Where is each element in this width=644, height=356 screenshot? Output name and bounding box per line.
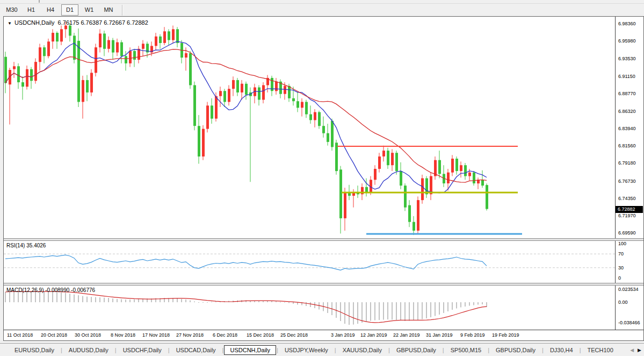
date-axis-label: 31 Jan 2019 [426,332,453,338]
rsi-pane-row: RSI(14) 35.4026 10070300 [4,241,643,283]
macd-axis-label: -0.038466 [618,320,640,325]
rsi-axis-label: 70 [618,251,624,257]
top-edge-strip [0,0,644,4]
top-edge-divider [39,0,40,3]
price-axis-label: 6.91150 [618,74,635,79]
tab-audusd-daily[interactable]: AUDUSD,Daily [63,345,114,355]
price-axis-label: 6.95980 [618,38,636,44]
rsi-axis[interactable]: 10070300 [616,241,643,283]
price-axis-label: 6.88770 [618,91,636,96]
date-axis-label: 8 Nov 2018 [111,332,135,338]
rsi-axis-label: 0 [618,275,621,281]
price-axis-label: 6.71970 [618,213,636,218]
price-axis-label: 6.69590 [618,230,636,236]
tab-scroll-right-icon[interactable]: ▶ [638,347,641,353]
main-pane-row: ▼USDCNH,Daily 6.76175 6.76387 6.72667 6.… [4,17,643,238]
tab-usdcad-daily[interactable]: USDCAD,Daily [170,345,222,355]
toolbar-divider [122,5,123,16]
chart-symbol-label: USDCNH,Daily [15,19,55,26]
chevron-down-icon[interactable]: ▼ [8,21,12,26]
tab-gbpusd-daily[interactable]: GBPUSD,Daily [490,345,541,355]
chart-ohlc-values: 6.76175 6.76387 6.72667 6.72882 [58,19,148,26]
date-axis-label: 15 Dec 2018 [247,332,274,338]
symbol-tab-bar: EURUSD,Daily|AUDUSD,Daily|USDCHF,Daily|U… [0,343,644,356]
main-chart-pane[interactable]: ▼USDCNH,Daily 6.76175 6.76387 6.72667 6.… [4,17,616,238]
price-axis-label: 6.83940 [618,126,636,131]
rsi-axis-label: 100 [618,241,626,246]
date-axis-label: 22 Jan 2019 [393,332,420,338]
timeframe-toolbar: M30H1H4D1W1MN [0,4,644,16]
timeframe-button-d1[interactable]: D1 [61,4,78,16]
timeframe-button-m30[interactable]: M30 [3,4,20,16]
date-axis-label: 3 Jan 2019 [331,332,355,338]
tab-sp500-m15[interactable]: SP500,M15 [445,345,487,355]
macd-pane[interactable]: MACD(12,26,9) -0.008990 -0.006776 [4,286,616,330]
price-axis-label: 6.79180 [618,160,636,166]
tab-usdcnh-daily[interactable]: USDCNH,Daily [224,345,276,355]
date-axis-label: 20 Oct 2018 [41,332,67,338]
macd-name: MACD(12,26,9) [6,287,44,293]
rsi-pane[interactable]: RSI(14) 35.4026 [4,241,616,283]
rsi-value: 35.4026 [26,243,46,248]
macd-axis-label: 0.00 [618,300,628,305]
current-price-badge: 6.72882 [616,206,643,213]
price-axis-label: 6.81560 [618,143,636,148]
candlestick-chart[interactable] [4,17,615,238]
timeframe-button-w1[interactable]: W1 [81,4,98,16]
macd-chart[interactable] [4,286,615,330]
tab-tech100[interactable]: TECH100 [582,345,619,355]
price-axis-label: 6.74350 [618,196,636,201]
chart-window: ▼USDCNH,Daily 6.76175 6.76387 6.72667 6.… [3,16,644,341]
date-axis-label: 25 Dec 2018 [280,332,308,338]
price-axis-label: 6.93530 [618,56,636,61]
tab-scroll-arrows: ◀▶ [630,347,641,353]
date-axis-label: 11 Oct 2018 [7,332,33,338]
rsi-indicator-label: RSI(14) 35.4026 [6,243,46,248]
timeframe-button-h4[interactable]: H4 [42,4,59,16]
macd-axis[interactable]: 0.0235340.00-0.038466 [616,286,643,330]
macd-indicator-label: MACD(12,26,9) -0.008990 -0.006776 [6,287,95,293]
timeframe-button-mn[interactable]: MN [100,4,117,16]
chart-title: ▼USDCNH,Daily 6.76175 6.76387 6.72667 6.… [8,19,148,26]
date-axis-label: 6 Dec 2018 [213,332,237,338]
date-axis[interactable]: 11 Oct 201820 Oct 201830 Oct 20188 Nov 2… [4,330,643,340]
tab-usdjpy-weekly[interactable]: USDJPY,Weekly [279,345,334,355]
date-axis-label: 17 Nov 2018 [142,332,170,338]
tab-dj30-h4[interactable]: DJ30,H4 [544,345,579,355]
date-axis-label: 27 Nov 2018 [176,332,204,338]
macd-axis-label: 0.023534 [618,287,639,292]
tab-usdchf-daily[interactable]: USDCHF,Daily [117,345,168,355]
timeframe-button-h1[interactable]: H1 [23,4,40,16]
date-axis-label: 9 Feb 2019 [460,332,485,338]
tab-gbpusd-daily[interactable]: GBPUSD,Daily [390,345,442,355]
date-axis-label: 12 Jan 2019 [360,332,387,338]
date-axis-label: 30 Oct 2018 [75,332,101,338]
rsi-name: RSI(14) [6,243,25,248]
price-axis-label: 6.76730 [618,179,636,184]
rsi-axis-label: 30 [618,265,624,270]
price-axis[interactable]: 6.72882 6.983606.959806.935306.911506.88… [616,17,643,238]
date-axis-label: 19 Feb 2019 [492,332,519,338]
tab-xauusd-daily[interactable]: XAUUSD,Daily [337,345,388,355]
macd-values: -0.008990 -0.006776 [45,287,95,293]
macd-pane-row: MACD(12,26,9) -0.008990 -0.006776 0.0235… [4,286,643,330]
tab-scroll-left-icon[interactable]: ◀ [630,347,634,353]
price-axis-label: 6.86320 [618,109,636,114]
rsi-line-chart[interactable] [4,241,615,283]
price-axis-label: 6.98360 [618,21,636,26]
tab-eurusd-daily[interactable]: EURUSD,Daily [9,345,60,355]
